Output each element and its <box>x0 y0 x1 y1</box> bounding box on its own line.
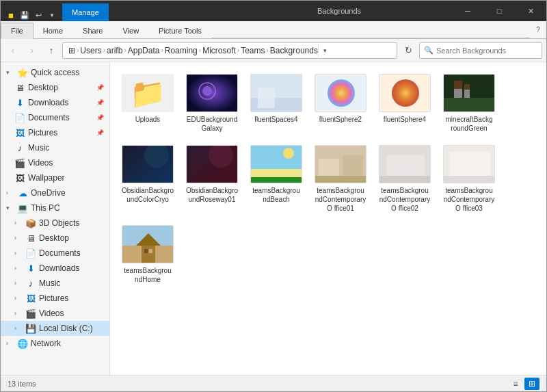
search-input[interactable] <box>436 47 537 55</box>
file-item-teams-beach[interactable]: teamsBackgrou ndBeach <box>245 140 307 218</box>
sidebar-item-onedrive[interactable]: › ☁ OneDrive <box>1 185 109 200</box>
expand-arrow-od: › <box>6 190 14 196</box>
thumb-svg5 <box>444 74 494 112</box>
sidebar-item-downloads-pc[interactable]: › ⬇ Downloads <box>1 261 109 276</box>
file-item-sphere4[interactable]: fluentSphere4 <box>374 69 436 138</box>
file-item-teams-home[interactable]: teamsBackgrou ndHome <box>117 220 178 289</box>
path-part-teams: Teams <box>241 46 265 55</box>
sidebar-item-documents-pc[interactable]: › 📄 Documents <box>1 246 109 261</box>
sidebar-item-videos-qa[interactable]: 🎬 Videos <box>1 155 109 170</box>
address-path[interactable]: ⊞ › Users › arifb › AppData › Roaming › … <box>62 42 397 59</box>
sidebar-item-videos-pc[interactable]: › 🎬 Videos <box>1 306 109 321</box>
sidebar-item-desktop-pc[interactable]: › 🖥 Desktop <box>1 231 109 246</box>
svg-rect-30 <box>379 176 430 183</box>
expand-arrow-net: › <box>6 340 14 347</box>
file-thumb-teams-office1 <box>315 145 366 183</box>
file-name: teamsBackgrou ndContemporaryO ffice01 <box>313 186 368 213</box>
search-icon: 🔍 <box>424 46 433 55</box>
sidebar-item-wallpaper-qa[interactable]: 🖼 Wallpaper <box>1 170 109 185</box>
thumbnail-view-button[interactable]: ⊞ <box>524 378 539 390</box>
quick-access-icon2[interactable]: 💾 <box>18 9 31 21</box>
sidebar-item-thispc[interactable]: ▾ 💻 This PC <box>1 200 109 215</box>
svg-rect-5 <box>258 88 275 108</box>
file-name: teamsBackgrou ndBeach <box>249 186 304 204</box>
sidebar-item-music-pc[interactable]: › ♪ Music <box>1 276 109 291</box>
sidebar-item-network[interactable]: › 🌐 Network <box>1 336 109 351</box>
file-item-minecraft[interactable]: minecraftBackg roundGreen <box>438 69 500 138</box>
music-icon: ♪ <box>14 143 25 153</box>
thumb-svg2 <box>251 74 302 112</box>
file-item-edu[interactable]: EDUBackground Galaxy <box>181 69 243 138</box>
svg-rect-13 <box>454 89 462 98</box>
window-controls: ─ □ ✕ <box>452 1 546 21</box>
svg-rect-38 <box>144 249 148 253</box>
sidebar-item-3dobjects[interactable]: › 📦 3D Objects <box>1 215 109 231</box>
file-thumb-teams-home <box>122 225 174 263</box>
tab-share[interactable]: Share <box>73 23 113 38</box>
videos-pc-icon: 🎬 <box>25 309 36 319</box>
file-item-spaces4[interactable]: fluentSpaces4 <box>245 69 307 138</box>
up-button[interactable]: ↑ <box>43 42 59 59</box>
thumb-svg9 <box>315 145 366 183</box>
sidebar-item-quick-access[interactable]: ▾ ⭐ Quick access <box>1 65 109 80</box>
sidebar-item-music-qa[interactable]: ♪ Music <box>1 140 109 155</box>
maximize-button[interactable]: □ <box>483 1 515 21</box>
file-item-obsidian-cryo[interactable]: ObsidianBackgro undColorCryo <box>117 140 178 218</box>
file-item-obsidian-rose[interactable]: ObsidianBackgro undRoseway01 <box>181 140 243 218</box>
file-item-uploads[interactable]: 📁 Uploads <box>117 69 178 138</box>
path-dropdown[interactable]: ▾ <box>318 42 332 59</box>
file-thumb-sphere2 <box>315 74 366 112</box>
file-name: EDUBackground Galaxy <box>185 115 239 133</box>
file-item-teams-office2[interactable]: teamsBackgrou ndContemporaryO ffice02 <box>374 140 436 218</box>
thumb-svg11 <box>444 145 494 183</box>
sidebar-item-pictures-pc[interactable]: › 🖼 Pictures <box>1 291 109 306</box>
tab-picture-tools[interactable]: Picture Tools <box>149 23 212 38</box>
title-bar-tabs: ■ 💾 ↩ ▼ Manage <box>1 1 226 21</box>
ribbon-tabs: File Home Share View Picture Tools ? <box>1 21 546 39</box>
file-thumb-teams-beach <box>250 145 302 183</box>
svg-rect-11 <box>444 98 494 112</box>
expand-arrow-pc: ▾ <box>6 205 14 211</box>
sidebar-item-localdisk[interactable]: › 💾 Local Disk (C:) <box>1 321 109 336</box>
tab-file[interactable]: File <box>1 23 34 39</box>
sidebar-item-desktop-qa[interactable]: 🖥 Desktop 📌 <box>1 80 109 95</box>
sidebar-item-pictures-qa[interactable]: 🖼 Pictures 📌 <box>1 125 109 140</box>
tab-view[interactable]: View <box>113 23 149 38</box>
quick-access-icon3[interactable]: ↩ <box>32 9 44 21</box>
localdisk-icon: 💾 <box>25 324 36 334</box>
back-button[interactable]: ‹ <box>5 42 21 59</box>
close-button[interactable]: ✕ <box>515 1 546 21</box>
content-area: 📁 Uploads <box>110 62 546 375</box>
sidebar-item-documents-qa[interactable]: 📄 Documents 📌 <box>1 110 109 125</box>
pin-icon2: 📌 <box>96 99 104 106</box>
minimize-button[interactable]: ─ <box>452 1 483 21</box>
file-item-teams-office3[interactable]: teamsBackgrou ndContemporaryO ffice03 <box>438 140 500 218</box>
file-thumb-teams-office2 <box>379 145 431 183</box>
search-box[interactable]: 🔍 <box>419 42 542 59</box>
path-part-appdata: AppData <box>128 46 160 55</box>
dropdown-arrow[interactable]: ▼ <box>46 9 58 21</box>
tab-home[interactable]: Home <box>34 23 73 38</box>
details-view-button[interactable]: ≡ <box>508 378 523 390</box>
documents-pc-icon: 📄 <box>25 248 36 259</box>
quick-access-icon1[interactable]: ■ <box>5 9 17 21</box>
svg-rect-37 <box>142 246 155 263</box>
refresh-button[interactable]: ↻ <box>400 42 416 59</box>
desktop-icon: 🖥 <box>14 83 25 93</box>
files-grid: 📁 Uploads <box>117 69 539 289</box>
file-thumb-minecraft <box>443 74 495 112</box>
sidebar-item-downloads-qa[interactable]: ⬇ Downloads 📌 <box>1 95 109 110</box>
tab-manage[interactable]: Manage <box>62 3 109 21</box>
file-item-teams-office1[interactable]: teamsBackgrou ndContemporaryO ffice01 <box>310 140 371 218</box>
file-name: teamsBackgrou ndContemporaryO ffice02 <box>377 186 432 213</box>
help-button[interactable]: ? <box>530 21 546 38</box>
forward-button[interactable]: › <box>24 42 40 59</box>
expand-arrow-dl: › <box>14 265 23 272</box>
file-item-sphere2[interactable]: fluentSphere2 <box>310 69 371 138</box>
svg-rect-26 <box>343 155 363 176</box>
thumb-svg4 <box>379 74 430 112</box>
thumb-svg3 <box>315 74 366 112</box>
svg-rect-33 <box>444 176 494 183</box>
svg-point-2 <box>202 86 212 96</box>
path-part-1: ⊞ <box>68 46 75 55</box>
